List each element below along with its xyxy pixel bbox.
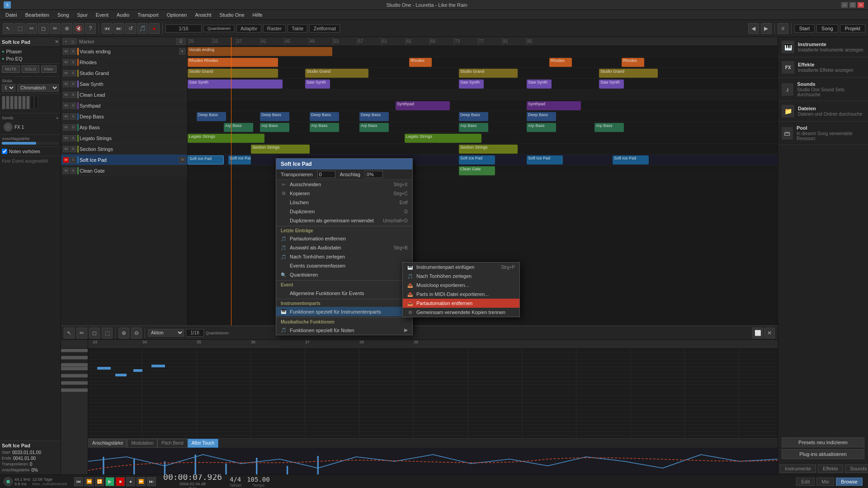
track-solo-ab[interactable]: S [70, 124, 76, 131]
menu-datei[interactable]: Datei [2, 11, 21, 19]
key-row-1[interactable] [61, 349, 88, 352]
tab-pitch-bend[interactable]: Pitch Bend [157, 439, 187, 448]
key-e[interactable] [10, 96, 14, 109]
clip-sg-3[interactable]: Studio Grand [459, 69, 518, 78]
scale-type-select[interactable]: Chromatisch [17, 84, 59, 92]
ctx-dup-shared[interactable]: Duplizieren als gemeinsam verwendet Umsc… [276, 216, 412, 225]
song-button[interactable]: Song [816, 24, 838, 33]
maximize-button[interactable]: □ [849, 2, 856, 8]
transport-record[interactable]: ● [149, 23, 160, 34]
transport-stop-btn[interactable]: ■ [116, 477, 125, 486]
track-solo-sp[interactable]: S [70, 103, 76, 109]
marker-button[interactable]: ▷ [70, 38, 76, 45]
track-mute-ss[interactable]: M [63, 146, 69, 152]
clip-rhodes-3[interactable]: Rhodes [549, 58, 572, 67]
ctx-part-auto-entfernen[interactable]: 🎵 Partautomation entfernen [276, 234, 412, 243]
clip-ab-3[interactable]: Arp Bass [310, 123, 339, 132]
transport-record-btn[interactable]: ● [126, 477, 135, 486]
clip-sg-1[interactable]: Studio Grand [188, 69, 278, 78]
quantize-value[interactable]: 1/16 [165, 24, 202, 33]
fx-proeq-label[interactable]: Pro EQ [6, 56, 22, 61]
ctx-zusammenfassen[interactable]: Events zusammenfassen G [276, 261, 412, 270]
clip-sg-4[interactable]: Studio Grand [599, 69, 658, 78]
clip-ab-1[interactable]: Arp Bass [224, 123, 253, 132]
pr-action-select[interactable]: Aktion [148, 329, 184, 337]
ctx-inst-parts-func[interactable]: 🎹 Funktionen speziell für Instrumentenpa… [276, 307, 412, 316]
key-row-7[interactable] [61, 371, 88, 374]
plugins-aktualisieren-button[interactable]: Plug-ins aktualisieren [782, 449, 864, 459]
br-tab-instrumente[interactable]: Instrumente [780, 465, 816, 473]
key-row-2[interactable] [61, 352, 88, 356]
add-track-button[interactable]: + [63, 38, 69, 45]
ctx-event-allgemein[interactable]: Allgemeine Funktionen für Events ▶ [276, 288, 412, 298]
clip-ab-4[interactable]: Arp Bass [359, 123, 389, 132]
br-tab-sounds[interactable]: Sounds [845, 465, 868, 473]
clip-sip-2[interactable]: Soft Ice Pad [228, 155, 251, 164]
clip-sp-1[interactable]: Synthpad [396, 101, 450, 110]
panel-instrumente[interactable]: 🎹 Instrumente Installierte Instrumente a… [778, 37, 868, 57]
clip-vocals[interactable]: Vocals ending [188, 47, 332, 56]
transport-prev[interactable]: ⏪ [85, 477, 94, 486]
menu-bearbeiten[interactable]: Bearbeiten [22, 11, 53, 19]
sub-tonhohen-zerlegen[interactable]: 🎵 Nach Tonhöhen zerlegen [403, 272, 519, 281]
presets-indizieren-button[interactable]: Presets neu indizieren [782, 437, 864, 447]
tool-pointer[interactable]: ↖ [3, 23, 14, 34]
mix-tab[interactable]: Mix [816, 478, 834, 486]
br-tab-effekte[interactable]: Effekte [818, 465, 843, 473]
clip-db-2[interactable]: Deep Bass [260, 112, 289, 121]
ctx-transpose-input[interactable] [317, 171, 335, 178]
track-solo-sg[interactable]: S [70, 70, 76, 76]
tool-help[interactable]: ? [85, 23, 96, 34]
sub-kopien-trennen[interactable]: ⚙ Gemeinsam verwendete Kopien trennen [403, 308, 519, 317]
track-solo-rhodes[interactable]: S [70, 59, 76, 66]
scroll-left[interactable]: ◀ [748, 23, 759, 34]
sub-part-auto-entfernen[interactable]: 📤 Partautomation entfernen [403, 299, 519, 308]
key-row-5[interactable] [61, 363, 88, 367]
track-mute-vocals[interactable]: M [63, 48, 69, 55]
menu-ansicht[interactable]: Ansicht [191, 11, 215, 19]
track-mute-cl[interactable]: M [63, 92, 69, 98]
panel-pool[interactable]: 🗃 Pool In diesem Song verwendete Ressour… [778, 122, 868, 145]
clip-sip-3[interactable]: Soft Ice Pad [459, 155, 495, 164]
key-row-12[interactable] [61, 389, 88, 392]
pr-select[interactable]: ⬚ [102, 328, 113, 338]
key-row-6[interactable] [61, 367, 88, 371]
track-solo-saw[interactable]: S [70, 81, 76, 87]
clip-saw-4[interactable]: Saw Synth [527, 80, 552, 89]
clip-db-5[interactable]: Deep Bass [459, 112, 488, 121]
ctx-anschlag-input[interactable] [365, 171, 383, 178]
track-solo-sip[interactable]: S [70, 157, 76, 163]
note-4[interactable] [151, 365, 165, 367]
sub-midi-export[interactable]: 📤 Parts in MIDI-Datei exportieren... [403, 290, 519, 299]
track-solo-cl[interactable]: S [70, 92, 76, 98]
panel-dateien[interactable]: 📁 Dateien Dateien und Ordner durchsuche [778, 101, 868, 122]
clip-sip-4[interactable]: Soft Ice Pad [527, 155, 563, 164]
key-cs[interactable] [30, 96, 34, 109]
scroll-right[interactable]: ▶ [761, 23, 772, 34]
mix-view[interactable]: ≡ [778, 23, 788, 34]
clip-cg-2[interactable]: Clean Gate [459, 166, 495, 175]
menu-event[interactable]: Event [92, 11, 112, 19]
klein-button[interactable]: Klein [41, 66, 57, 73]
transport-to-start[interactable]: ⏮ [74, 477, 83, 486]
tool-mute[interactable]: 🔇 [73, 23, 84, 34]
key-row-8[interactable] [61, 374, 88, 378]
menu-optionen[interactable]: Optionen [163, 11, 191, 19]
velocity-bar[interactable] [2, 142, 59, 145]
clip-ab-6[interactable]: Arp Bass [527, 123, 556, 132]
clip-sip-1[interactable]: Soft Ice Pad [188, 155, 224, 164]
tool-cut[interactable]: ✂ [26, 23, 37, 34]
menu-song[interactable]: Song [54, 11, 73, 19]
minimize-button[interactable]: − [841, 2, 848, 8]
marker-list-button[interactable]: ☰ [176, 38, 185, 45]
clip-saw-1[interactable]: Saw Synth [188, 80, 283, 89]
raster-label[interactable]: Raster [263, 24, 286, 33]
clip-saw-3[interactable]: Saw Synth [459, 80, 484, 89]
track-solo-cg[interactable]: S [70, 168, 76, 174]
key-g[interactable] [18, 96, 22, 109]
clip-rhodes-2[interactable]: Rhodes [409, 58, 432, 67]
solo-button[interactable]: SOLO [22, 66, 39, 73]
tab-anschlag[interactable]: Anschlagstärke [88, 439, 127, 448]
close-instrument[interactable]: ✕ [55, 39, 59, 45]
transport-metronome[interactable]: 🎵 [137, 23, 148, 34]
